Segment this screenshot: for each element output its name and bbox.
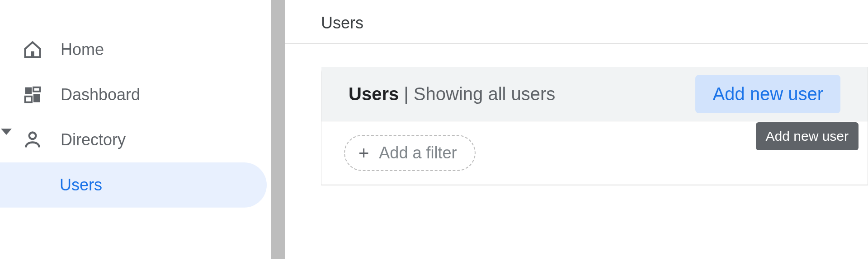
sidebar-item-label: Dashboard	[61, 85, 140, 104]
card-title-divider: |	[399, 84, 414, 104]
svg-rect-0	[31, 51, 34, 57]
main-content: Users Users | Showing all users Add new …	[285, 0, 868, 259]
add-new-user-tooltip: Add new user	[756, 122, 859, 150]
sidebar-item-label: Directory	[61, 130, 126, 149]
sidebar-item-directory[interactable]: Directory	[0, 117, 271, 162]
svg-rect-2	[33, 88, 40, 92]
add-filter-label: Add a filter	[379, 143, 457, 162]
sidebar-item-label: Users	[60, 176, 102, 194]
page-title: Users	[285, 0, 868, 44]
card-header: Users | Showing all users Add new user A…	[321, 67, 868, 121]
sidebar-item-dashboard[interactable]: Dashboard	[0, 72, 271, 117]
users-card: Users | Showing all users Add new user A…	[321, 67, 868, 185]
add-new-user-button[interactable]: Add new user	[695, 75, 840, 113]
vertical-divider	[271, 0, 285, 259]
sidebar-item-home[interactable]: Home	[0, 27, 271, 72]
home-icon	[23, 40, 42, 60]
add-filter-chip[interactable]: + Add a filter	[344, 135, 476, 171]
svg-rect-1	[25, 88, 32, 94]
dashboard-icon	[23, 85, 42, 105]
card-title-strong: Users	[349, 84, 399, 104]
chevron-down-icon[interactable]	[1, 129, 12, 135]
svg-point-5	[29, 133, 36, 139]
person-icon	[23, 130, 42, 150]
sidebar-item-users[interactable]: Users	[0, 162, 267, 208]
card-title: Users | Showing all users	[349, 84, 555, 104]
plus-icon: +	[359, 143, 369, 163]
sidebar: Home Dashboard Directory	[0, 0, 271, 259]
card-title-rest: Showing all users	[414, 84, 556, 104]
sidebar-item-label: Home	[61, 40, 104, 59]
svg-rect-3	[33, 94, 40, 102]
svg-rect-4	[25, 97, 32, 102]
